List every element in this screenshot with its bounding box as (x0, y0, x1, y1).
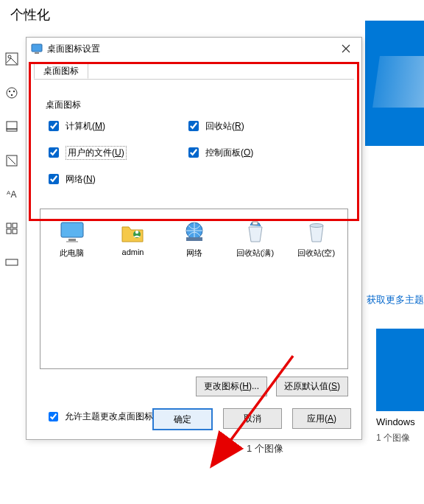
monitor-icon (45, 217, 99, 243)
svg-point-20 (135, 231, 138, 234)
svg-rect-10 (13, 223, 17, 228)
checkbox-recyclebin-input[interactable] (188, 121, 199, 131)
change-icon-button[interactable]: 更改图标(H)... (196, 377, 267, 396)
icon-item-admin[interactable]: admin (106, 217, 160, 259)
selected-theme-image-count: 1 个图像 (247, 442, 283, 455)
lockscreen-icon[interactable] (4, 119, 19, 134)
desktop-icon-settings-dialog: 桌面图标设置 桌面图标 桌面图标 计算机(M) 回收站(R) 用户的文件(U) (26, 37, 362, 440)
ok-button[interactable]: 确定 (152, 408, 213, 430)
dialog-title: 桌面图标设置 (47, 43, 335, 55)
allow-themes-checkbox-input[interactable] (49, 412, 58, 421)
desktop-icons-group-label: 桌面图标 (46, 99, 348, 111)
close-icon (342, 44, 350, 53)
svg-rect-17 (68, 239, 76, 241)
network-icon (167, 217, 221, 243)
svg-point-4 (13, 91, 15, 92)
icon-label: 回收站(满) (228, 248, 282, 259)
svg-rect-15 (35, 52, 39, 54)
icon-item-recyclefull[interactable]: 回收站(满) (228, 217, 282, 259)
svg-rect-11 (7, 229, 11, 234)
tab-strip: 桌面图标 (34, 60, 354, 80)
svg-rect-7 (7, 129, 17, 131)
checkbox-userfiles[interactable]: 用户的文件(U) (46, 145, 186, 160)
checkbox-recyclebin[interactable]: 回收站(R) (186, 119, 325, 133)
checkbox-controlpanel[interactable]: 控制面板(O) (186, 145, 325, 160)
svg-rect-9 (7, 223, 11, 228)
tab-desktop-icons[interactable]: 桌面图标 (34, 62, 88, 79)
icon-label: 网络 (167, 248, 221, 259)
icon-item-thispc[interactable]: 此电脑 (45, 217, 99, 259)
themes-icon[interactable] (4, 153, 19, 168)
checkbox-network[interactable]: 网络(N) (46, 172, 186, 186)
dialog-titlebar: 桌面图标设置 (26, 38, 361, 60)
get-more-themes-link[interactable]: 获取更多主题 (367, 293, 424, 307)
icon-item-network[interactable]: 网络 (167, 217, 221, 259)
checkbox-network-input[interactable] (49, 174, 59, 184)
theme-name: Windows (376, 416, 424, 427)
svg-point-1 (8, 55, 11, 58)
user-folder-icon (106, 217, 160, 243)
icon-label: 回收站(空) (289, 248, 343, 259)
start-icon[interactable] (4, 221, 19, 236)
desktop-preview (365, 21, 424, 146)
icon-label: 此电脑 (45, 248, 99, 259)
icon-preview-list[interactable]: 此电脑 admin 网络 回收站(满) 回收站(空) (40, 209, 348, 369)
cancel-button[interactable]: 取消 (223, 408, 282, 429)
checkbox-computer-input[interactable] (49, 121, 59, 131)
theme-image-count: 1 个图像 (376, 432, 424, 444)
settings-left-rail: ᴬA (0, 52, 24, 289)
svg-point-2 (7, 88, 17, 98)
svg-rect-16 (61, 223, 83, 237)
taskbar-icon[interactable] (4, 255, 19, 270)
svg-rect-6 (7, 122, 17, 129)
checkbox-controlpanel-input[interactable] (188, 147, 199, 158)
page-title: 个性化 (0, 0, 424, 28)
fonts-icon[interactable]: ᴬA (4, 187, 19, 202)
checkbox-userfiles-input[interactable] (49, 147, 59, 158)
checkbox-computer[interactable]: 计算机(M) (46, 119, 186, 133)
theme-thumbnail[interactable] (376, 329, 424, 411)
svg-rect-18 (66, 241, 78, 242)
svg-point-3 (9, 91, 10, 92)
close-button[interactable] (335, 38, 357, 59)
svg-rect-14 (32, 44, 42, 52)
colors-icon[interactable] (4, 85, 19, 100)
personalization-icon (31, 43, 43, 55)
icon-label: admin (106, 248, 160, 256)
background-icon[interactable] (4, 52, 19, 66)
apply-button[interactable]: 应用(A) (292, 408, 351, 429)
svg-rect-23 (252, 222, 258, 225)
svg-rect-12 (13, 229, 17, 234)
recyclebin-full-icon (228, 217, 282, 243)
desktop-icons-checkbox-grid: 计算机(M) 回收站(R) 用户的文件(U) 控制面板(O) 网络(N) (46, 119, 348, 186)
icon-item-recycleempty[interactable]: 回收站(空) (289, 217, 343, 259)
svg-rect-13 (6, 259, 18, 265)
svg-point-24 (310, 224, 323, 228)
svg-point-5 (11, 94, 13, 96)
svg-rect-22 (186, 237, 202, 241)
recyclebin-empty-icon (289, 217, 343, 243)
restore-defaults-button[interactable]: 还原默认值(S) (276, 377, 348, 396)
